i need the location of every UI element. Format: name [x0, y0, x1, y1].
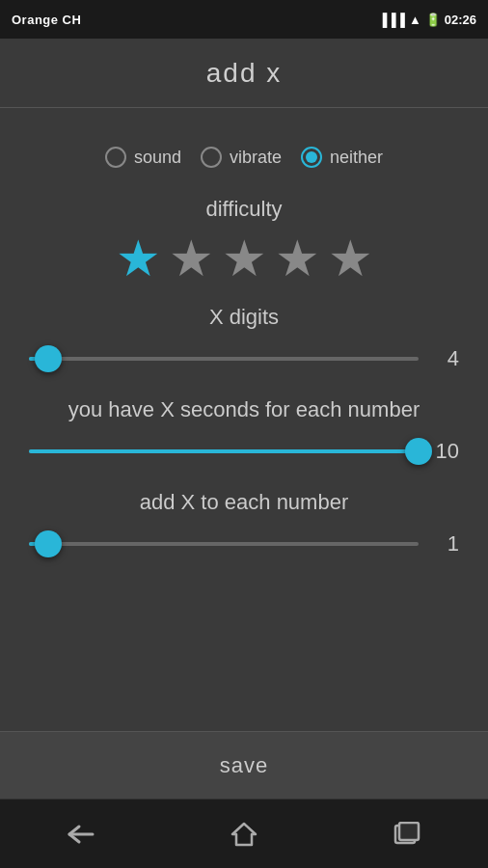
svg-rect-3: [399, 823, 419, 840]
main-content: sound vibrate neither difficulty ★ ★ ★ ★…: [0, 108, 488, 731]
star-3[interactable]: ★: [222, 233, 267, 284]
star-4[interactable]: ★: [275, 233, 320, 284]
wifi-icon: ▲: [409, 13, 421, 27]
home-button[interactable]: [215, 815, 273, 854]
x-add-section: add X to each number 1: [29, 490, 459, 561]
carrier-text: Orange CH: [12, 13, 81, 27]
x-seconds-slider-row: 10: [29, 434, 459, 469]
x-digits-label: X digits: [29, 305, 459, 330]
nav-bar: [0, 799, 488, 868]
status-icons: ▐▐▐ ▲ 🔋 02:26: [378, 13, 476, 27]
radio-circle-neither[interactable]: [301, 147, 322, 168]
time-text: 02:26: [445, 13, 476, 27]
save-area: save: [0, 731, 488, 799]
recents-button[interactable]: [378, 815, 436, 854]
page-title: add x: [206, 58, 283, 89]
x-add-value: 1: [430, 531, 459, 556]
x-seconds-slider[interactable]: [29, 434, 419, 469]
x-add-label: add X to each number: [29, 490, 459, 515]
x-seconds-label: you have X seconds for each number: [29, 397, 459, 422]
home-icon: [230, 822, 258, 847]
x-seconds-fill: [29, 449, 419, 453]
back-icon: [66, 823, 96, 846]
x-digits-track: [29, 357, 419, 361]
x-seconds-thumb[interactable]: [405, 438, 432, 465]
title-bar: add x: [0, 39, 488, 108]
star-1[interactable]: ★: [116, 233, 161, 284]
star-2[interactable]: ★: [169, 233, 214, 284]
star-5[interactable]: ★: [328, 233, 373, 284]
x-seconds-section: you have X seconds for each number 10: [29, 397, 459, 469]
x-seconds-track: [29, 449, 419, 453]
status-bar: Orange CH ▐▐▐ ▲ 🔋 02:26: [0, 0, 488, 39]
difficulty-title: difficulty: [29, 197, 459, 222]
radio-circle-sound[interactable]: [105, 147, 126, 168]
x-digits-section: X digits 4: [29, 305, 459, 376]
stars-row: ★ ★ ★ ★ ★: [29, 233, 459, 284]
x-add-thumb[interactable]: [35, 530, 62, 557]
back-button[interactable]: [52, 815, 110, 854]
radio-label-sound: sound: [134, 148, 181, 168]
svg-marker-1: [232, 824, 256, 845]
signal-icon: ▐▐▐: [378, 13, 405, 27]
difficulty-section: difficulty ★ ★ ★ ★ ★: [29, 197, 459, 284]
x-add-slider[interactable]: [29, 527, 419, 561]
radio-sound[interactable]: sound: [105, 147, 181, 168]
radio-label-vibrate: vibrate: [230, 148, 282, 168]
x-digits-slider-row: 4: [29, 341, 459, 376]
radio-label-neither: neither: [330, 148, 383, 168]
x-digits-thumb[interactable]: [35, 345, 62, 372]
recents-icon: [393, 822, 420, 847]
notification-radio-group: sound vibrate neither: [29, 127, 459, 177]
radio-vibrate[interactable]: vibrate: [201, 147, 282, 168]
radio-circle-vibrate[interactable]: [201, 147, 222, 168]
x-seconds-value: 10: [430, 439, 459, 464]
x-digits-value: 4: [430, 346, 459, 371]
x-digits-slider[interactable]: [29, 341, 419, 376]
battery-icon: 🔋: [425, 13, 441, 27]
x-add-track: [29, 542, 419, 546]
radio-neither[interactable]: neither: [301, 147, 383, 168]
save-button[interactable]: save: [0, 731, 488, 799]
x-add-slider-row: 1: [29, 527, 459, 561]
